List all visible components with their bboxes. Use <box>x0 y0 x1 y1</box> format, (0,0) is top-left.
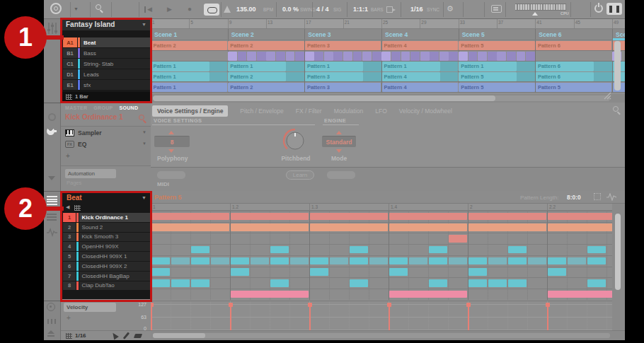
note-event[interactable] <box>330 257 348 264</box>
note-event[interactable] <box>548 223 612 231</box>
mode-down-icon[interactable] <box>336 149 342 153</box>
polyphony-down-icon[interactable] <box>168 149 174 153</box>
arranger-view-icon[interactable] <box>47 196 57 205</box>
arranger-clip[interactable]: Pattern 1 <box>228 62 286 71</box>
note-event[interactable] <box>191 257 209 264</box>
quantize-value[interactable]: 1/16 <box>410 6 423 13</box>
arranger-clip[interactable]: Pattern 6 <box>536 62 594 71</box>
midi-assign-slot[interactable] <box>157 171 185 179</box>
channel-tab[interactable]: GROUP <box>93 105 113 110</box>
arranger-clip-tail[interactable] <box>209 72 228 81</box>
time-signature-value[interactable]: 4 / 4 <box>316 6 329 13</box>
arranger-pattern-cell[interactable] <box>526 52 535 61</box>
plugin-tab[interactable]: Voice Settings / Engine <box>152 105 228 117</box>
arranger-pattern-cell[interactable] <box>314 52 323 61</box>
scene-header[interactable]: Scene 6 <box>539 31 561 38</box>
arranger-bar-ruler[interactable]: 15913172125293337414549 <box>151 19 625 29</box>
arranger-clip[interactable]: Pattern 3 <box>305 72 363 81</box>
note-event[interactable] <box>231 268 249 275</box>
pages-tab[interactable]: Pages <box>67 180 81 186</box>
velocity-stem-cap[interactable] <box>229 303 233 307</box>
editor-hscrollbar[interactable] <box>151 330 625 340</box>
eraser-tool-icon[interactable] <box>134 334 142 338</box>
note-event[interactable] <box>171 279 190 286</box>
note-event[interactable] <box>310 268 328 275</box>
note-event[interactable] <box>548 291 612 298</box>
note-event[interactable] <box>389 291 467 298</box>
note-event[interactable] <box>528 257 546 264</box>
pattern-vscrollbar[interactable] <box>615 214 621 290</box>
note-event[interactable] <box>548 213 612 220</box>
arranger-clip[interactable]: Pattern 4 <box>382 83 459 92</box>
note-event[interactable] <box>231 223 309 231</box>
velocity-stem-cap[interactable] <box>308 303 312 307</box>
arranger-clip[interactable]: Pattern 6 <box>536 72 594 81</box>
plugin-tab-bar[interactable]: Voice Settings / EnginePitch / EnvelopeF… <box>152 104 612 118</box>
channel-tab-bar[interactable]: MASTERGROUPSOUND <box>65 104 149 111</box>
note-event[interactable] <box>468 213 546 220</box>
plugin-icon[interactable] <box>47 127 54 135</box>
velocity-stem[interactable] <box>468 305 469 330</box>
note-event[interactable] <box>310 213 388 220</box>
arranger-clip[interactable]: Pattern 1 <box>459 62 517 71</box>
arranger-pattern-cell[interactable] <box>507 52 516 61</box>
note-event[interactable] <box>429 279 447 286</box>
arranger-pattern-cell[interactable] <box>391 52 401 61</box>
chevron-down-icon[interactable]: ▼ <box>74 6 79 11</box>
note-event[interactable] <box>310 257 328 264</box>
plugin-tab[interactable]: Modulation <box>334 107 364 115</box>
sound-name-label[interactable]: Kick Ordinance 1 <box>65 113 123 121</box>
channel-icon[interactable] <box>48 113 56 121</box>
velocity-tab[interactable]: Velocity <box>64 303 116 312</box>
grid-icon[interactable] <box>66 333 72 339</box>
arranger-clip-tail[interactable] <box>286 72 304 81</box>
arranger-clip[interactable]: Pattern 1 <box>382 62 440 71</box>
arranger-clip-tail[interactable] <box>440 72 459 81</box>
power-icon[interactable] <box>594 4 603 13</box>
note-event[interactable] <box>587 257 606 264</box>
arranger-clip[interactable]: Pattern 4 <box>382 72 440 81</box>
arranger-pattern-cell[interactable] <box>497 52 506 61</box>
arranger-pattern-cell[interactable] <box>343 52 352 61</box>
pencil-tool-icon[interactable] <box>123 332 130 339</box>
chevron-down-icon[interactable]: ▼ <box>142 130 146 134</box>
eject-icon[interactable] <box>47 330 54 337</box>
arranger-pattern-cell[interactable] <box>247 52 256 61</box>
arranger-clip[interactable]: Pattern 5 <box>459 72 517 81</box>
scrollbar-track[interactable] <box>153 333 610 338</box>
arranger-clip-tail[interactable] <box>286 62 304 71</box>
arranger-pattern-cell[interactable] <box>430 52 439 61</box>
channel-tab[interactable]: MASTER <box>65 105 87 110</box>
arranger-clip-tail[interactable] <box>363 62 381 71</box>
note-event[interactable] <box>151 213 229 220</box>
note-event[interactable] <box>270 246 289 253</box>
note-event[interactable] <box>508 246 527 253</box>
loop-icon[interactable] <box>204 4 219 16</box>
plugin-tab[interactable]: Velocity / Modwheel <box>399 107 452 115</box>
note-event[interactable] <box>548 268 566 275</box>
note-event[interactable] <box>231 257 249 264</box>
scene-header[interactable]: Scene 5 <box>462 31 485 38</box>
scene-header[interactable]: Scene 4 <box>385 31 408 38</box>
note-event[interactable] <box>151 223 229 231</box>
velocity-stem-cap[interactable] <box>151 303 154 307</box>
arranger-pattern-cell[interactable] <box>478 52 487 61</box>
note-event[interactable] <box>350 279 368 286</box>
arranger-clip-tail[interactable] <box>209 62 228 71</box>
note-event[interactable] <box>270 257 289 264</box>
note-event[interactable] <box>468 223 546 231</box>
skip-back-icon[interactable]: ◀ <box>147 6 152 13</box>
arranger-pattern-cell[interactable] <box>257 52 266 61</box>
scene-header[interactable]: Scene 3 <box>308 31 330 38</box>
plugin-tab[interactable]: FX / Filter <box>296 107 322 115</box>
channel-tab[interactable]: SOUND <box>120 105 139 110</box>
note-event[interactable] <box>350 257 368 264</box>
step-grid-icon[interactable] <box>47 319 56 324</box>
scene-header[interactable]: Scene 2 <box>231 31 254 38</box>
note-event[interactable] <box>171 257 190 264</box>
follow-icon[interactable] <box>386 6 393 13</box>
note-event[interactable] <box>468 279 487 286</box>
bpm-value[interactable]: 135.00 <box>236 6 256 13</box>
arranger-clip-tail[interactable] <box>594 62 612 71</box>
step-grid-value[interactable]: 1/16 <box>75 332 86 339</box>
